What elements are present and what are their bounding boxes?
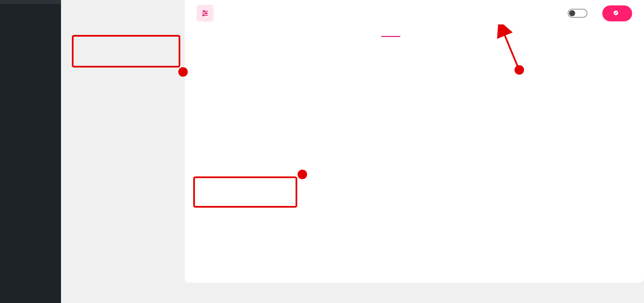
modules-panel [185, 0, 644, 283]
sidebar-submenu [0, 0, 61, 4]
check-icon [613, 10, 619, 17]
settings-tabs-column [61, 0, 185, 303]
panel-header [185, 0, 644, 26]
module-grid [185, 26, 644, 43]
active-tab-underline [381, 36, 400, 37]
annotation-number-3 [515, 65, 524, 75]
annotation-number-1 [178, 67, 188, 77]
annotation-number-2 [298, 170, 307, 179]
disable-all-toggle[interactable] [568, 9, 587, 18]
save-changes-button[interactable] [602, 5, 632, 21]
admin-sidebar [0, 0, 61, 303]
svg-point-5 [203, 15, 204, 16]
disable-all-group[interactable] [564, 9, 587, 18]
svg-point-1 [203, 11, 205, 12]
svg-point-3 [205, 13, 207, 14]
sliders-icon [197, 5, 214, 22]
